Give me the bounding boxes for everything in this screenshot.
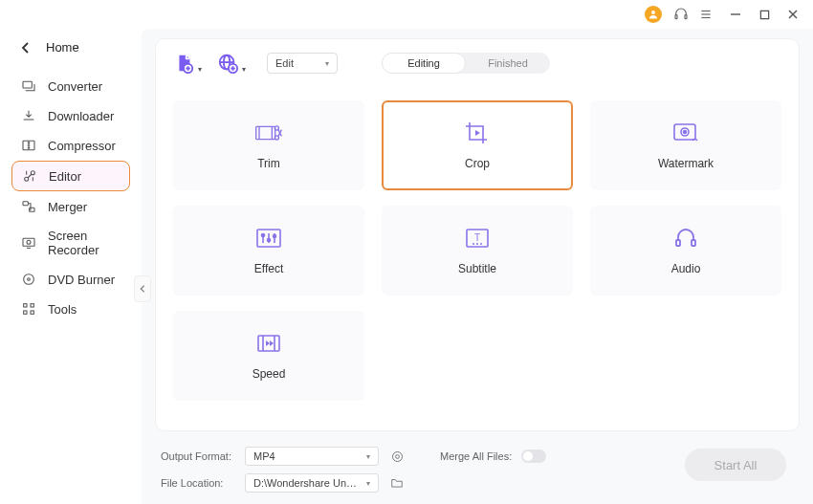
minimize-button[interactable] bbox=[729, 8, 742, 21]
headset-icon[interactable] bbox=[673, 7, 689, 22]
sidebar-item-label: Merger bbox=[48, 200, 87, 214]
chevron-down-icon: ▾ bbox=[242, 65, 246, 74]
segment-editing[interactable]: Editing bbox=[382, 53, 466, 74]
chevron-down-icon: ▾ bbox=[366, 479, 370, 488]
svg-rect-31 bbox=[31, 311, 33, 314]
svg-point-26 bbox=[24, 274, 34, 285]
card-label: Watermark bbox=[658, 157, 714, 170]
svg-marker-67 bbox=[266, 340, 270, 346]
card-label: Subtitle bbox=[458, 262, 496, 275]
svg-rect-30 bbox=[24, 311, 27, 314]
segment-finished[interactable]: Finished bbox=[466, 53, 550, 74]
svg-rect-62 bbox=[676, 240, 680, 246]
sidebar-item-dvd-burner[interactable]: DVD Burner bbox=[11, 265, 130, 294]
chevron-down-icon: ▾ bbox=[366, 452, 370, 461]
svg-rect-63 bbox=[692, 240, 695, 246]
sidebar-item-label: Compressor bbox=[48, 139, 116, 153]
home-label: Home bbox=[46, 40, 79, 55]
user-avatar-icon[interactable] bbox=[645, 6, 662, 23]
open-folder-icon[interactable] bbox=[388, 476, 406, 490]
sidebar-item-tools[interactable]: Tools bbox=[11, 295, 130, 323]
output-format-value: MP4 bbox=[253, 450, 275, 462]
chevron-down-icon: ▾ bbox=[198, 65, 202, 74]
output-format-label: Output Format: bbox=[161, 450, 235, 462]
downloader-icon bbox=[21, 108, 36, 123]
sidebar-item-editor[interactable]: Editor bbox=[11, 161, 130, 191]
card-label: Audio bbox=[671, 262, 701, 275]
svg-point-27 bbox=[28, 278, 31, 281]
output-settings-icon[interactable] bbox=[388, 449, 406, 464]
sidebar-item-downloader[interactable]: Downloader bbox=[11, 101, 130, 130]
svg-rect-1 bbox=[675, 15, 677, 19]
titlebar bbox=[0, 0, 813, 29]
editor-icon bbox=[22, 168, 37, 184]
card-speed[interactable]: Speed bbox=[173, 311, 364, 401]
card-label: Effect bbox=[254, 262, 283, 275]
output-format-select[interactable]: MP4 ▾ bbox=[245, 447, 379, 466]
sidebar-item-label: Screen Recorder bbox=[48, 229, 121, 257]
card-effect[interactable]: Effect bbox=[173, 206, 364, 296]
sidebar-item-compressor[interactable]: Compressor bbox=[11, 131, 130, 160]
card-crop[interactable]: Crop bbox=[382, 100, 573, 190]
svg-marker-68 bbox=[270, 340, 274, 346]
effect-icon bbox=[255, 226, 282, 251]
sidebar-item-label: Converter bbox=[48, 79, 102, 94]
svg-point-0 bbox=[651, 11, 655, 14]
svg-point-70 bbox=[395, 454, 399, 458]
tools-icon bbox=[21, 301, 36, 317]
maximize-button[interactable] bbox=[758, 8, 771, 21]
home-nav[interactable]: Home bbox=[0, 36, 142, 72]
status-segment: Editing Finished bbox=[382, 53, 550, 74]
card-audio[interactable]: Audio bbox=[590, 206, 781, 296]
sidebar-item-label: DVD Burner bbox=[48, 273, 115, 287]
svg-rect-29 bbox=[31, 304, 33, 307]
file-location-label: File Location: bbox=[161, 477, 235, 489]
mode-select[interactable]: Edit ▾ bbox=[267, 53, 338, 74]
compressor-icon bbox=[21, 138, 36, 153]
card-label: Crop bbox=[465, 157, 490, 170]
svg-point-57 bbox=[268, 239, 271, 242]
svg-point-45 bbox=[275, 136, 278, 140]
converter-icon bbox=[21, 78, 36, 94]
card-label: Speed bbox=[253, 367, 286, 381]
svg-rect-21 bbox=[23, 202, 28, 206]
sidebar-item-label: Tools bbox=[48, 302, 77, 317]
svg-rect-23 bbox=[23, 238, 34, 246]
add-file-button[interactable]: ▾ bbox=[173, 53, 194, 74]
card-trim[interactable]: Trim bbox=[173, 100, 364, 190]
sidebar-collapse-handle[interactable] bbox=[134, 275, 151, 302]
audio-icon bbox=[672, 226, 699, 251]
svg-rect-28 bbox=[24, 304, 27, 307]
svg-point-69 bbox=[392, 451, 402, 461]
add-url-button[interactable]: ▾ bbox=[217, 53, 238, 74]
sidebar-item-converter[interactable]: Converter bbox=[11, 72, 130, 100]
chevron-down-icon: ▾ bbox=[325, 59, 329, 68]
file-location-select[interactable]: D:\Wondershare UniConverter 1 ▾ bbox=[245, 473, 379, 493]
sidebar: Home Converter Downloader Compressor Edi… bbox=[0, 29, 142, 504]
svg-rect-7 bbox=[760, 11, 768, 18]
sidebar-item-screen-recorder[interactable]: Screen Recorder bbox=[11, 222, 130, 264]
svg-point-56 bbox=[262, 234, 265, 237]
close-button[interactable] bbox=[786, 8, 800, 21]
card-watermark[interactable]: Watermark bbox=[590, 100, 781, 190]
watermark-icon bbox=[671, 121, 700, 145]
merge-files-toggle[interactable] bbox=[521, 449, 546, 463]
card-subtitle[interactable]: T Subtitle bbox=[382, 206, 573, 296]
recorder-icon bbox=[21, 235, 36, 251]
sidebar-item-merger[interactable]: Merger bbox=[11, 192, 130, 221]
speed-icon bbox=[255, 331, 282, 356]
main-area: ▾ ▾ Edit ▾ Editing Finished Tri bbox=[142, 29, 813, 504]
svg-text:T: T bbox=[474, 232, 480, 243]
trim-icon bbox=[254, 121, 283, 145]
sidebar-nav: Converter Downloader Compressor Editor M… bbox=[0, 72, 142, 323]
svg-marker-48 bbox=[475, 130, 480, 136]
sidebar-item-label: Editor bbox=[49, 169, 81, 184]
svg-rect-2 bbox=[685, 15, 687, 19]
hamburger-icon[interactable] bbox=[698, 7, 714, 22]
svg-rect-10 bbox=[23, 81, 32, 88]
card-label: Trim bbox=[257, 157, 280, 170]
merge-files-label: Merge All Files: bbox=[440, 450, 512, 462]
svg-point-44 bbox=[275, 126, 278, 130]
start-all-button[interactable]: Start All bbox=[685, 449, 786, 481]
crop-icon bbox=[464, 121, 491, 145]
